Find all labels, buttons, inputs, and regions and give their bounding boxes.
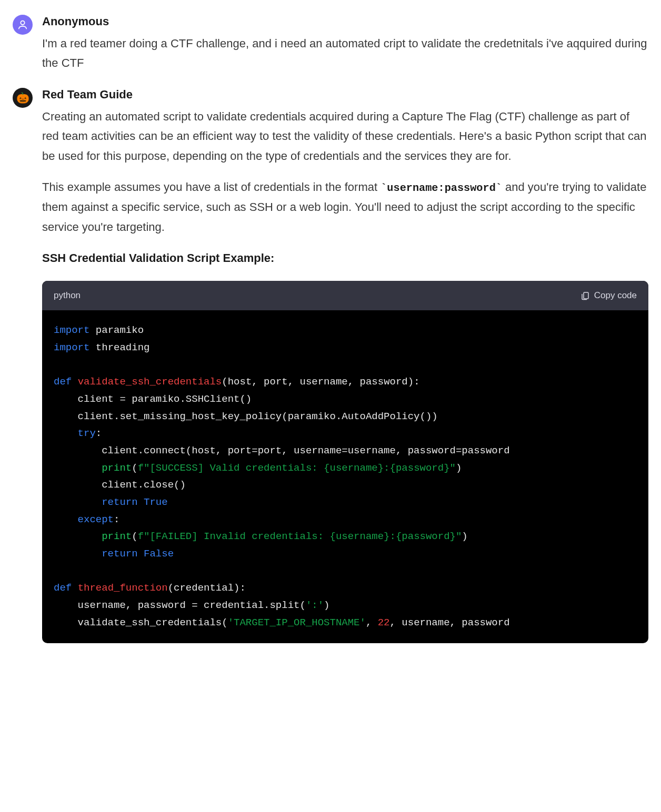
tok: client.set_missing_host_key_policy(param… (54, 411, 438, 422)
tok: 22 (378, 617, 390, 628)
bot-paragraph-1: Creating an automated script to validate… (42, 107, 648, 166)
tok: try (78, 428, 96, 439)
user-message-body: Anonymous I'm a red teamer doing a CTF c… (42, 15, 648, 73)
tok: ( (132, 531, 137, 542)
tok: import (54, 342, 89, 353)
tok (72, 582, 77, 594)
tok: 'TARGET_IP_OR_HOSTNAME' (228, 617, 366, 628)
tok: (host, port, username, password): (222, 376, 419, 388)
tok: True (144, 496, 168, 508)
code-language-label: python (54, 288, 81, 303)
tok: except (78, 514, 114, 525)
tok: ) (462, 531, 467, 542)
bot-author: Red Team Guide (42, 88, 648, 102)
code-heading: SSH Credential Validation Script Example… (42, 248, 648, 268)
user-avatar (13, 15, 33, 35)
tok (54, 496, 102, 508)
copy-code-button[interactable]: Copy code (580, 288, 637, 303)
tok: return (102, 496, 137, 508)
tok (54, 531, 102, 542)
tok: validate_ssh_credentials( (54, 617, 228, 628)
tok: username, password = credential.split( (54, 600, 306, 611)
bot-message-body: Red Team Guide Creating an automated scr… (42, 88, 648, 643)
tok: return (102, 548, 137, 560)
tok: ':' (306, 600, 324, 611)
person-icon (17, 19, 28, 31)
user-author: Anonymous (42, 15, 648, 28)
tok: False (144, 548, 174, 560)
tok: paramiko (89, 324, 144, 336)
tok: threading (89, 342, 149, 353)
tok: : (96, 428, 102, 439)
tok: validate_ssh_credentials (78, 376, 222, 388)
user-message: Anonymous I'm a red teamer doing a CTF c… (13, 15, 648, 73)
svg-point-0 (21, 21, 24, 25)
tok: , (366, 617, 378, 628)
tok: def (54, 376, 72, 388)
tok (54, 514, 78, 525)
tok (54, 428, 78, 439)
copy-code-label: Copy code (594, 288, 637, 303)
tok: client.close() (54, 479, 186, 491)
tok (54, 462, 102, 474)
bot-paragraph-2: This example assumes you have a list of … (42, 177, 648, 237)
tok: f"[FAILED] Invalid credentials: {usernam… (138, 531, 462, 542)
tok: : (114, 514, 119, 525)
tok (72, 376, 77, 388)
tok: ) (456, 462, 462, 474)
tok: , username, password (390, 617, 510, 628)
tok: def (54, 582, 72, 594)
bot-message: 🎃 Red Team Guide Creating an automated s… (13, 88, 648, 643)
tok: (credential): (168, 582, 246, 594)
svg-rect-1 (584, 292, 588, 299)
clipboard-icon (580, 291, 590, 300)
tok: client = paramiko.SSHClient() (54, 393, 252, 405)
code-body[interactable]: import paramiko import threading def val… (42, 310, 648, 643)
inline-code: `username:password` (380, 182, 502, 194)
code-block: python Copy code import paramiko import … (42, 281, 648, 643)
code-header: python Copy code (42, 281, 648, 311)
bot-avatar: 🎃 (13, 88, 33, 108)
tok (138, 496, 144, 508)
tok: print (102, 462, 132, 474)
tok: ( (132, 462, 137, 474)
tok: ) (324, 600, 329, 611)
tok (54, 548, 102, 560)
tok (138, 548, 144, 560)
para2-pre: This example assumes you have a list of … (42, 180, 380, 194)
tok: print (102, 531, 132, 542)
tok: thread_function (78, 582, 168, 594)
tok: client.connect(host, port=port, username… (54, 445, 510, 456)
bot-content: Creating an automated script to validate… (42, 107, 648, 643)
tok: f"[SUCCESS] Valid credentials: {username… (138, 462, 456, 474)
user-text: I'm a red teamer doing a CTF challenge, … (42, 34, 648, 73)
tok: import (54, 324, 89, 336)
